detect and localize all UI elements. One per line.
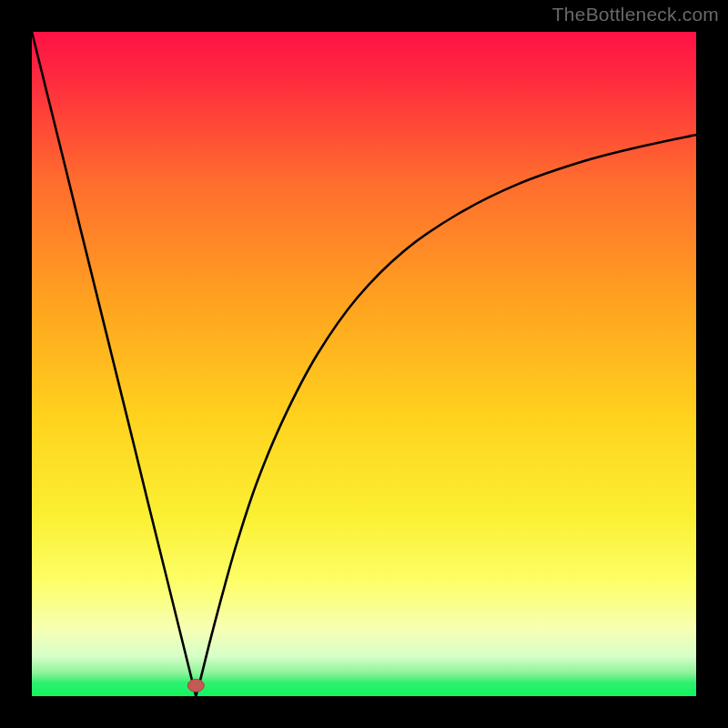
watermark-text: TheBottleneck.com [552,4,719,25]
chart-canvas: TheBottleneck.com [0,0,728,728]
optimum-marker [187,679,204,692]
chart-svg [0,0,728,728]
plot-background [32,32,696,696]
